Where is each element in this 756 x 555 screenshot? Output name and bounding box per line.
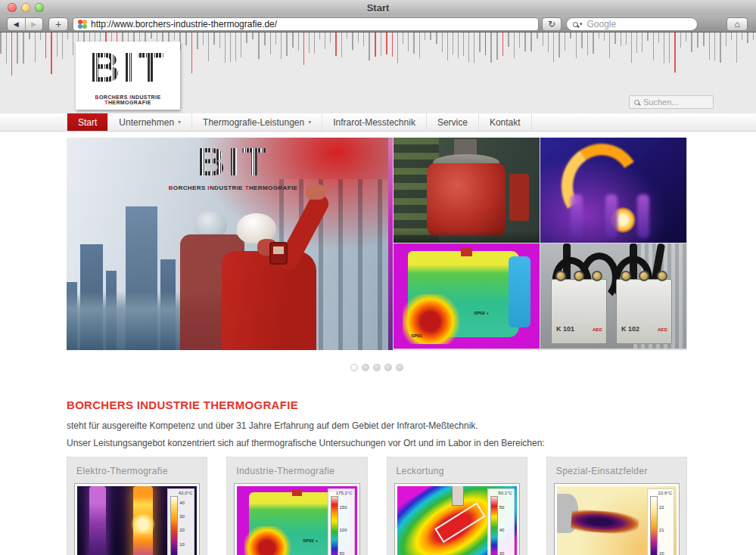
- window-titlebar[interactable]: Start: [0, 0, 756, 15]
- site-search-placeholder: Suchen...: [643, 98, 678, 107]
- temperature-scale: 22,6°C 222120: [647, 488, 674, 555]
- hero-slider[interactable]: BIT BORCHERS INDUSTRIE THERMOGRAFIE: [67, 138, 687, 350]
- nav-item-start[interactable]: Start: [67, 113, 108, 131]
- site-favicon-icon: [78, 20, 87, 29]
- site-search-icon: [634, 100, 639, 105]
- thermal-image-elektro: 42,0°C 403020100: [77, 486, 197, 555]
- logo-subtitle: BORCHERS INDUSTRIE THERMOGRAFIE: [76, 95, 180, 105]
- nav-item-kontakt[interactable]: Kontakt: [479, 113, 532, 131]
- slider-dot[interactable]: [384, 364, 392, 371]
- site-logo[interactable]: BIT BORCHERS INDUSTRIE THERMOGRAFIE: [76, 42, 180, 110]
- thermal-camera-graphic: [269, 242, 288, 265]
- site-header: BIT BORCHERS INDUSTRIE THERMOGRAFIE Such…: [0, 33, 756, 113]
- address-bar[interactable]: http://www.borchers-industrie-thermograf…: [73, 17, 539, 31]
- browser-toolbar: ◀ ▶ + http://www.borchers-industrie-ther…: [0, 15, 756, 33]
- back-button[interactable]: ◀: [8, 18, 26, 30]
- browser-search-placeholder: Google: [587, 19, 617, 29]
- scale-tick: 30: [179, 514, 192, 519]
- search-engine-caret-icon[interactable]: ▾: [580, 21, 583, 27]
- contactors-photo: K 101 AEG K 102 AEG: [540, 243, 686, 349]
- temperature-scale: 50,1°C 504030: [487, 488, 515, 555]
- furnace-photo: [394, 138, 540, 243]
- nav-item-unternehmen[interactable]: Unternehmen ▾: [108, 113, 192, 131]
- contactor-label: K 101: [556, 325, 574, 333]
- scale-tick: 20: [179, 528, 192, 532]
- thermal-annotation: SP02 +: [474, 311, 489, 315]
- temperature-scale: 175,1°C 15010050: [328, 488, 355, 555]
- chevron-down-icon: ▾: [308, 119, 311, 126]
- scale-tick: 100: [340, 528, 353, 532]
- contactor-label: K 102: [621, 325, 639, 333]
- reload-button[interactable]: ↻: [542, 17, 562, 31]
- scale-tick: 150: [340, 505, 353, 510]
- nav-item-infrarot-messtechnik[interactable]: Infrarot-Messtechnik: [322, 113, 427, 131]
- temperature-scale: 42,0°C 403020100: [167, 488, 194, 555]
- thermal-image-spezial: 22,6°C 222120: [557, 486, 677, 555]
- home-button[interactable]: ⌂: [726, 17, 748, 31]
- scale-tick: 20: [659, 551, 672, 555]
- thermal-cable-photo: [540, 138, 686, 243]
- scale-tick: 21: [659, 528, 672, 532]
- thermal-image-leckortung: 50,1°C 504030: [397, 486, 517, 555]
- contactor-brand: AEG: [658, 327, 667, 332]
- intro-paragraph-1: steht für ausgereifte Kompetenz und über…: [67, 420, 478, 431]
- slider-dot[interactable]: [350, 364, 358, 371]
- scale-tick: 50: [340, 551, 353, 555]
- window-title: Start: [0, 2, 756, 14]
- site-search-input[interactable]: Suchen...: [629, 95, 714, 109]
- nav-item-thermografie-leistungen[interactable]: Thermografie-Leistungen ▾: [192, 113, 322, 131]
- intro-paragraph-2: Unser Leistungsangebot konzentriert sich…: [67, 438, 545, 448]
- slider-dot[interactable]: [362, 364, 369, 371]
- scale-tick: 40: [499, 528, 512, 532]
- browser-search-field[interactable]: ▾ Google: [566, 17, 698, 31]
- card-elektro-thermografie[interactable]: Elektro-Thermografie 42,0°C 403020100: [67, 457, 207, 555]
- thermal-annotation: SP01: [411, 333, 422, 338]
- browser-window: Start ◀ ▶ + http://www.borchers-industri…: [0, 0, 756, 555]
- page-title: BORCHERS INDUSTRIE THERMOGRAFIE: [67, 398, 298, 411]
- nav-item-service[interactable]: Service: [427, 113, 479, 131]
- hero-slide-montage: BIT BORCHERS INDUSTRIE THERMOGRAFIE: [67, 138, 393, 350]
- slider-dot[interactable]: [396, 364, 403, 371]
- card-spezial-einsatzfelder[interactable]: Spezial-Einsatzfelder 22,6°C 222120: [546, 457, 687, 555]
- new-tab-button[interactable]: +: [48, 17, 68, 31]
- scale-tick: 40: [179, 501, 192, 505]
- scale-tick: 50: [499, 505, 512, 510]
- thermal-vessel-photo: SP01 SP02 +: [394, 243, 540, 349]
- worker-graphic: [222, 251, 316, 350]
- thermal-image-industrie: SP01 SP02 + 175,1°C 15010050: [237, 486, 356, 555]
- scale-tick: 30: [499, 551, 512, 555]
- slider-pagination: [67, 364, 687, 371]
- card-leckortung[interactable]: Leckortung 50,1°C 504030: [387, 457, 527, 555]
- logo-letters: BIT: [89, 45, 166, 90]
- hero-logo: BIT BORCHERS INDUSTRIE THERMOGRAFIE: [146, 141, 320, 191]
- service-cards: Elektro-Thermografie 42,0°C 403020100 In…: [67, 457, 687, 555]
- search-icon: [573, 22, 578, 27]
- url-text: http://www.borchers-industrie-thermograf…: [91, 19, 277, 29]
- forward-button[interactable]: ▶: [26, 18, 43, 30]
- slider-dot[interactable]: [373, 364, 381, 371]
- scale-tick: 10: [179, 542, 192, 547]
- hero-photo-grid: SP01 SP02 + K 101 AEG K 102 AEG: [393, 138, 687, 350]
- card-industrie-thermografie[interactable]: Industrie-Thermografie SP01 SP02 + 175,1…: [226, 457, 367, 555]
- main-nav: Start Unternehmen ▾ Thermografie-Leistun…: [0, 113, 756, 132]
- history-nav-buttons: ◀ ▶: [7, 17, 43, 31]
- thermal-annotation: SP02 +: [303, 538, 318, 543]
- contactor-brand: AEG: [593, 327, 602, 332]
- scale-tick: 22: [659, 505, 672, 510]
- chevron-down-icon: ▾: [178, 119, 181, 126]
